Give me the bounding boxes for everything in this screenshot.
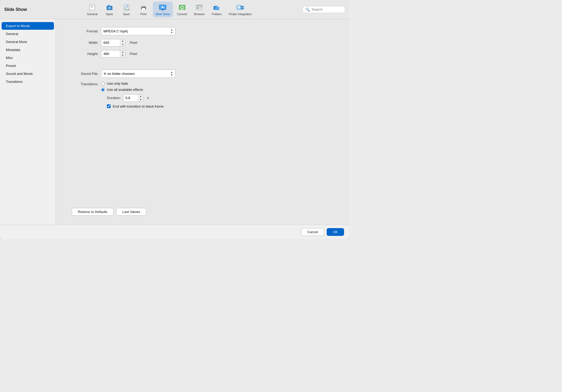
format-value: MPEG4 (*.mp4) (103, 29, 169, 33)
toolbar: General Open (36, 2, 303, 17)
svg-rect-2 (91, 7, 93, 7)
open-icon (105, 3, 114, 12)
svg-point-34 (238, 6, 240, 8)
duration-up-button[interactable]: ▲ (138, 95, 143, 98)
transitions-row: Transitions: Use only fade Use all avail… (72, 82, 333, 108)
window: Slide Show General (0, 0, 349, 239)
svg-rect-31 (215, 7, 219, 10)
transitions-options: Use only fade Use all available effects … (101, 82, 163, 108)
svg-text:JPG PNG: JPG PNG (125, 9, 130, 11)
height-up-button[interactable]: ▲ (120, 50, 125, 54)
toolbar-print[interactable]: Print (136, 2, 151, 17)
width-input[interactable] (101, 40, 120, 46)
cancel-button[interactable]: Cancel (301, 228, 324, 236)
height-input[interactable] (101, 51, 120, 57)
width-label: Width: (72, 41, 98, 45)
radio-group: Use only fade Use all available effects (101, 82, 163, 92)
sidebar-item-misc[interactable]: Misc (2, 54, 54, 62)
svg-rect-8 (125, 5, 127, 6)
toolbar-convert[interactable]: EXT Convert (174, 2, 190, 17)
width-down-button[interactable]: ▼ (120, 43, 125, 46)
search-input[interactable] (312, 7, 342, 11)
toolbar-open[interactable]: Open (102, 2, 117, 17)
browser-icon (195, 3, 204, 12)
height-input-wrap: ▲ ▼ (101, 50, 125, 58)
svg-rect-27 (197, 7, 199, 9)
sidebar-item-general[interactable]: General (2, 30, 54, 38)
toolbar-slideshow[interactable]: Slide Show (153, 2, 173, 17)
duration-down-button[interactable]: ▼ (138, 98, 143, 101)
height-stepper: ▲ ▼ (120, 50, 125, 57)
toolbar-finder-label: Finder Integration (229, 12, 251, 16)
width-up-button[interactable]: ▲ (120, 39, 125, 43)
format-arrows: ▲ ▼ (170, 28, 173, 34)
toolbar-browser[interactable]: Browser (191, 2, 207, 17)
svg-rect-16 (142, 7, 142, 7)
width-stepper: ▲ ▼ (120, 39, 125, 46)
search-icon: 🔍 (305, 7, 310, 12)
sound-file-value: ✕ no folder choosen (103, 72, 169, 76)
toolbar-general[interactable]: General (84, 2, 100, 17)
duration-input-wrap: ▲ ▼ (123, 94, 144, 102)
folders-icon (212, 3, 221, 12)
sidebar-item-general-more[interactable]: General More (2, 38, 54, 46)
sidebar-item-metadata[interactable]: Metadata (2, 46, 54, 54)
toolbar-slideshow-label: Slide Show (156, 12, 170, 16)
footer: Cancel OK (0, 225, 349, 239)
svg-rect-28 (199, 7, 202, 8)
svg-rect-20 (161, 9, 165, 10)
radio-fade-row: Use only fade (101, 82, 163, 86)
convert-icon: EXT (178, 3, 186, 12)
general-icon (88, 3, 97, 12)
toolbar-convert-label: Convert (177, 12, 187, 16)
toolbar-save[interactable]: TIFF JPG PNG Save (119, 2, 134, 17)
height-row: Height: ▲ ▼ Pixel (72, 50, 333, 58)
toolbar-finder[interactable]: EXT Finder Integration (226, 2, 254, 17)
sidebar-item-preset[interactable]: Preset (2, 62, 54, 70)
print-icon (139, 3, 148, 12)
width-unit: Pixel (130, 41, 137, 45)
end-with-black-label: End with transition to black frame (113, 104, 163, 108)
finder-icon: EXT (236, 3, 245, 12)
toolbar-browser-label: Browser (194, 12, 205, 16)
sound-file-label: Sound File: (72, 72, 98, 76)
format-label: Format: (72, 29, 98, 33)
toolbar-folders[interactable]: Folders (209, 2, 224, 17)
search-box[interactable]: 🔍 (303, 6, 345, 13)
width-row: Width: ▲ ▼ Pixel (72, 39, 333, 46)
duration-unit: s (147, 96, 149, 100)
svg-text:EXT: EXT (241, 7, 244, 8)
toolbar-open-label: Open (106, 12, 113, 16)
sidebar-item-transitions[interactable]: Transitions (2, 78, 54, 86)
svg-text:EXT: EXT (182, 9, 184, 10)
checkbox-row: End with transition to black frame (107, 104, 163, 108)
duration-input[interactable] (123, 95, 138, 101)
height-unit: Pixel (130, 52, 137, 56)
format-select[interactable]: MPEG4 (*.mp4) ▲ ▼ (101, 27, 175, 35)
save-icon: TIFF JPG PNG (122, 3, 131, 12)
duration-stepper: ▲ ▼ (138, 95, 143, 101)
sound-file-select[interactable]: ✕ no folder choosen ▲ ▼ (101, 70, 175, 78)
bottom-bar: Restore to Defaults Last Values (72, 204, 333, 219)
end-with-black-checkbox[interactable] (107, 104, 111, 108)
svg-rect-26 (196, 5, 203, 6)
width-input-wrap: ▲ ▼ (101, 39, 125, 46)
height-down-button[interactable]: ▼ (120, 54, 125, 57)
toolbar-save-label: Save (123, 12, 130, 16)
svg-rect-14 (142, 5, 145, 7)
toolbar-folders-label: Folders (212, 12, 222, 16)
svg-rect-15 (142, 8, 145, 10)
sidebar-item-export-to-movie[interactable]: Export to Movie (2, 22, 54, 30)
radio-fade[interactable] (101, 82, 105, 86)
height-label: Height: (72, 52, 98, 56)
restore-defaults-button[interactable]: Restore to Defaults (72, 208, 114, 216)
radio-all[interactable] (101, 88, 105, 92)
ok-button[interactable]: OK (327, 228, 344, 236)
sidebar-item-sound-and-movie[interactable]: Sound and Movie (2, 70, 54, 78)
last-values-button[interactable]: Last Values (116, 208, 146, 216)
slideshow-icon (158, 3, 167, 12)
svg-rect-23 (179, 10, 182, 10)
sound-file-arrows: ▲ ▼ (170, 71, 173, 76)
sidebar: Export to Movie General General More Met… (0, 19, 56, 225)
window-title: Slide Show (4, 7, 36, 12)
